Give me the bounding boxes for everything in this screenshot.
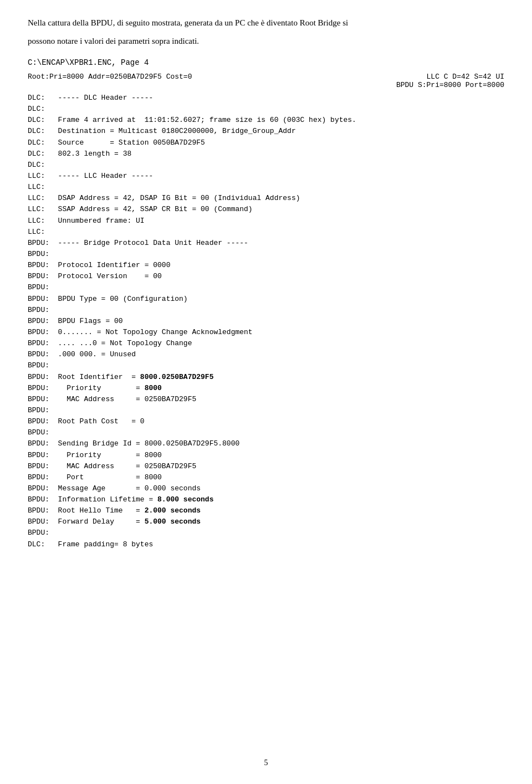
code-line: BPDU: ----- Bridge Protocol Data Unit He… <box>28 238 504 249</box>
code-line: LLC: SSAP Address = 42, SSAP CR Bit = 00… <box>28 204 504 215</box>
header-right-line1: LLC C D=42 S=42 UI <box>396 73 504 81</box>
code-line: BPDU: Root Identifier = 8000.0250BA7D29F… <box>28 372 504 383</box>
code-line: BPDU: Protocol Version = 00 <box>28 271 504 282</box>
file-path: C:\ENCAP\XPBR1.ENC, Page 4 <box>28 58 504 67</box>
code-line: BPDU: MAC Address = 0250BA7D29F5 <box>28 461 504 472</box>
intro-line2: possono notare i valori dei parametri so… <box>28 35 504 48</box>
header-left: Root:Pri=8000 Addr=0250BA7D29F5 Cost=0 <box>28 73 192 89</box>
header-right-line2: BPDU S:Pri=8000 Port=8000 <box>396 81 504 89</box>
code-line: BPDU: Root Hello Time = 2.000 seconds <box>28 505 504 516</box>
code-line: DLC: 802.3 length = 38 <box>28 148 504 160</box>
code-line: LLC: DSAP Address = 42, DSAP IG Bit = 00… <box>28 193 504 204</box>
code-line: BPDU: Port = 8000 <box>28 472 504 483</box>
page-container: Nella cattura della BPDU, di seguito mos… <box>0 0 532 784</box>
code-line: DLC: <box>28 160 504 171</box>
code-line: BPDU: Protocol Identifier = 0000 <box>28 260 504 271</box>
code-line: BPDU: Message Age = 0.000 seconds <box>28 483 504 494</box>
code-line: BPDU: <box>28 282 504 293</box>
code-line: BPDU: Root Path Cost = 0 <box>28 416 504 427</box>
code-block: DLC: ----- DLC Header -----DLC:DLC: Fram… <box>28 93 504 550</box>
code-line: BPDU: <box>28 360 504 371</box>
code-line: LLC: ----- LLC Header ----- <box>28 171 504 182</box>
code-line: BPDU: Sending Bridge Id = 8000.0250BA7D2… <box>28 438 504 449</box>
code-line: LLC: <box>28 182 504 193</box>
code-line: BPDU: Forward Delay = 5.000 seconds <box>28 516 504 527</box>
header-root: Root:Pri=8000 Addr=0250BA7D29F5 Cost=0 <box>28 73 192 81</box>
code-line: BPDU: <box>28 305 504 316</box>
code-line: BPDU: <box>28 249 504 260</box>
code-line: BPDU: <box>28 527 504 539</box>
code-line: LLC: Unnumbered frame: UI <box>28 216 504 227</box>
code-line: BPDU: <box>28 427 504 438</box>
intro-line1: Nella cattura della BPDU, di seguito mos… <box>28 17 504 29</box>
code-line: BPDU: BPDU Type = 00 (Configuration) <box>28 294 504 305</box>
page-number: 5 <box>264 759 268 767</box>
code-line: BPDU: Priority = 8000 <box>28 383 504 394</box>
code-line: DLC: Frame 4 arrived at 11:01:52.6027; f… <box>28 115 504 126</box>
code-line: DLC: Frame padding= 8 bytes <box>28 539 504 550</box>
header-block: Root:Pri=8000 Addr=0250BA7D29F5 Cost=0 L… <box>28 73 504 89</box>
code-line: BPDU: MAC Address = 0250BA7D29F5 <box>28 394 504 405</box>
code-line: BPDU: Priority = 8000 <box>28 450 504 461</box>
code-line: DLC: <box>28 104 504 115</box>
code-line: DLC: Destination = Multicast 0180C200000… <box>28 126 504 137</box>
code-line: DLC: Source = Station 0050BA7D29F5 <box>28 137 504 148</box>
header-right: LLC C D=42 S=42 UI BPDU S:Pri=8000 Port=… <box>396 73 504 89</box>
code-line: BPDU: .... ...0 = Not Topology Change <box>28 338 504 349</box>
code-line: BPDU: .000 000. = Unused <box>28 349 504 360</box>
code-line: LLC: <box>28 227 504 238</box>
code-line: BPDU: Information Lifetime = 8.000 secon… <box>28 494 504 505</box>
code-line: DLC: ----- DLC Header ----- <box>28 93 504 104</box>
code-line: BPDU: BPDU Flags = 00 <box>28 316 504 327</box>
code-line: BPDU: <box>28 405 504 416</box>
code-line: BPDU: 0....... = Not Topology Change Ack… <box>28 327 504 338</box>
